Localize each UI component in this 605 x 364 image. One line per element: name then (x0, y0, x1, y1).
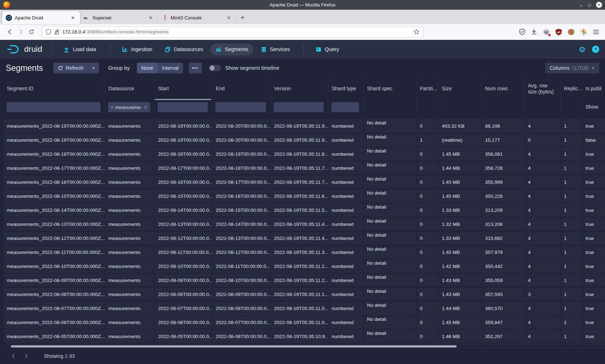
filter-input-shard_type[interactable] (331, 102, 359, 112)
tab-superset[interactable]: ∞ Superset ✕ (80, 11, 158, 24)
help-icon[interactable]: ? (592, 46, 599, 53)
downloads-icon[interactable] (531, 28, 537, 35)
horizontal-scrollbar[interactable] (0, 345, 605, 348)
segment-timeline-toggle[interactable] (209, 65, 221, 71)
column-header-avg_row_size[interactable]: Avg. row size (bytes) (525, 77, 561, 100)
nav-item-load-data[interactable]: Load data (58, 44, 101, 55)
cell-datasource: measurements (105, 301, 155, 315)
nav-item-datasources[interactable]: Datasources (160, 44, 208, 55)
table-row[interactable]: measurements_2022-08-19T00:00:00.000Z...… (4, 119, 605, 133)
tab-minio-console[interactable]: MinIO Console ✕ (158, 11, 236, 24)
menu-hamburger-icon[interactable] (593, 29, 599, 35)
table-row[interactable]: measurements_2022-08-10T00:00:00.000Z...… (4, 259, 605, 273)
new-tab-button[interactable]: + (236, 14, 249, 22)
settings-gear-icon[interactable]: ⚙ (579, 46, 586, 53)
column-header-shard_type[interactable]: Shard type (328, 77, 364, 100)
more-options-button[interactable]: ••• (189, 63, 202, 73)
services-database-icon (261, 46, 267, 53)
url-bar[interactable]: 172.18.0.4 :30899/unified-console.html#s… (42, 26, 424, 38)
table-row[interactable]: measurements_2022-08-06T00:00:00.000Z...… (4, 315, 605, 329)
column-header-end[interactable]: End (212, 77, 271, 100)
table-row[interactable]: measurements_2022-08-15T00:00:00.000Z...… (4, 189, 605, 203)
nav-item-services[interactable]: Services (256, 44, 295, 55)
toggle-knob (210, 65, 215, 70)
minimize-icon[interactable]: ⌄ (579, 3, 583, 7)
reload-button[interactable] (26, 27, 37, 37)
tab-close-icon[interactable]: ✕ (147, 14, 154, 21)
column-header-is_published[interactable]: Is publi (582, 77, 605, 100)
table-row[interactable]: measurements_2022-08-16T00:00:00.000Z...… (4, 175, 605, 189)
column-header-num_rows[interactable]: Num rows (482, 77, 525, 100)
filter-show-button[interactable]: Show (582, 102, 598, 110)
columns-dropdown-button[interactable]: Columns (17/18) ▼ (545, 63, 599, 73)
close-icon[interactable]: ✕ (596, 2, 602, 8)
filter-input-segment_id[interactable] (6, 102, 100, 112)
scrollbar-thumb[interactable] (11, 345, 457, 347)
nav-item-query[interactable]: Query (310, 44, 344, 55)
cell-start: 2022-08-06T00:00:00.0... (155, 315, 212, 329)
filter-input-end[interactable] (215, 102, 266, 112)
tab-apache-druid[interactable]: Apache Druid ✕ (2, 11, 80, 24)
cell-datasource: measurements (105, 217, 155, 231)
table-row[interactable]: measurements_2022-08-14T00:00:00.000Z...… (4, 203, 605, 217)
table-row[interactable]: measurements_2022-08-08T00:00:00.000Z...… (4, 287, 605, 301)
tab-close-icon[interactable]: ✕ (70, 14, 76, 21)
cell-segment_id: measurements_2022-08-07T00:00:00.000Z... (4, 301, 105, 315)
table-row[interactable]: measurements_2022-08-13T00:00:00.000Z...… (4, 217, 605, 231)
cell-datasource: measurements (105, 189, 155, 203)
filter-input-version[interactable] (274, 102, 324, 112)
ublock-icon[interactable]: uO (555, 28, 562, 36)
nav-item-ingestion[interactable]: Ingestion (117, 44, 157, 55)
bookmark-star-icon[interactable] (413, 29, 420, 35)
protections-shield-icon[interactable] (519, 28, 525, 35)
druid-wordmark[interactable]: druid (24, 45, 42, 54)
column-header-segment_id[interactable]: Segment ID (4, 77, 105, 100)
cell-shard_spec: No detail (364, 301, 417, 315)
shield-icon[interactable] (46, 29, 51, 35)
back-button[interactable] (4, 27, 15, 37)
table-row[interactable]: measurements_2022-08-09T00:00:00.000Z...… (4, 273, 605, 287)
column-header-replication[interactable]: Replic... (561, 77, 582, 100)
refresh-button[interactable]: Refresh (53, 63, 88, 73)
cell-segment_id: measurements_2022-08-12T00:00:00.000Z... (4, 231, 105, 245)
next-page-button[interactable] (22, 351, 31, 361)
cell-shard_spec: No detail (364, 231, 417, 245)
columns-count: (17/18) (573, 65, 588, 71)
group-by-interval-button[interactable]: Interval (158, 63, 183, 73)
column-header-partition[interactable]: Partiti... (417, 77, 439, 100)
filter-chip-remove-icon[interactable]: ✕ (144, 105, 148, 110)
maximize-icon[interactable]: ◇ (588, 3, 591, 7)
table-row[interactable]: measurements_2022-08-18T00:00:00.000Z...… (4, 147, 605, 161)
cell-partition: 0 (417, 189, 439, 203)
extension-mask-icon[interactable] (543, 28, 550, 36)
refresh-options-button[interactable]: ▼ (88, 63, 99, 73)
table-row[interactable]: measurements_2022-08-17T00:00:00.000Z...… (4, 161, 605, 175)
column-header-datasource[interactable]: Datasource (105, 77, 155, 100)
table-row[interactable]: measurements_2022-08-05T00:00:00.000Z...… (4, 329, 605, 343)
column-header-version[interactable]: Version (271, 77, 328, 100)
tab-close-icon[interactable]: ✕ (225, 14, 232, 21)
lock-slash-icon[interactable] (54, 29, 59, 35)
cell-num_rows: 315,682 (482, 231, 525, 245)
cookie-extension-icon[interactable] (568, 28, 575, 36)
filter-input-start[interactable] (158, 102, 208, 112)
filter-chip-datasource[interactable]: =measureme✕ (108, 102, 150, 112)
column-header-size[interactable]: Size (439, 77, 482, 100)
druid-logo-icon[interactable] (6, 44, 21, 55)
group-by-none-button[interactable]: None (137, 63, 157, 73)
cell-version: 2022-08-19T05:35:11.9... (271, 133, 328, 147)
cell-size: 1.32 MB (439, 217, 482, 231)
filter-cell-replication (561, 100, 582, 119)
cell-version: 2022-08-19T05:35:11.0... (271, 315, 328, 329)
forward-button[interactable] (15, 27, 26, 37)
asterisk-extension-icon[interactable] (580, 28, 587, 36)
column-header-shard_spec[interactable]: Shard spec (364, 77, 417, 100)
previous-page-button[interactable] (9, 351, 18, 361)
column-header-start[interactable]: Start (155, 77, 212, 100)
table-row[interactable]: measurements_2022-08-11T00:00:00.000Z...… (4, 245, 605, 259)
table-body: measurements_2022-08-19T00:00:00.000Z...… (0, 119, 605, 343)
table-row[interactable]: measurements_2022-08-07T00:00:00.000Z...… (4, 301, 605, 315)
table-row[interactable]: measurements_2022-08-12T00:00:00.000Z...… (4, 231, 605, 245)
nav-item-segments[interactable]: Segments (210, 44, 253, 55)
table-row[interactable]: measurements_2022-08-19T00:00:00.000Z...… (4, 133, 605, 147)
